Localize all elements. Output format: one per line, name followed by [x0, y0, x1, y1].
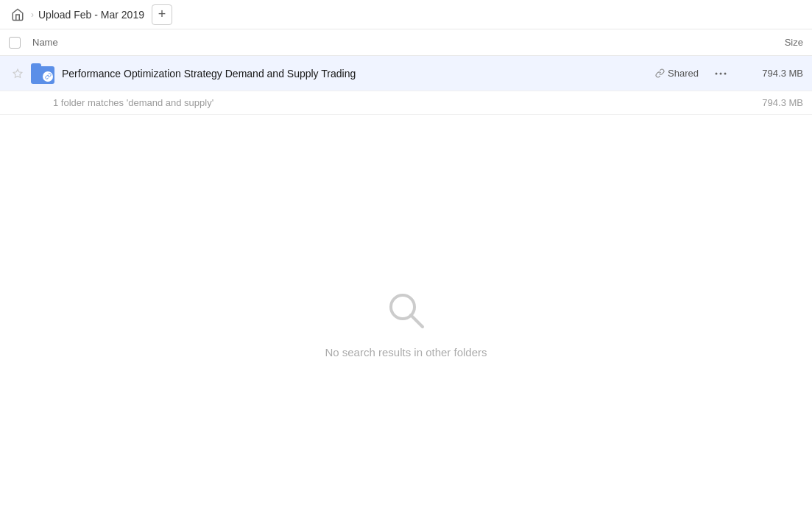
summary-size: 794.3 MB [762, 97, 803, 108]
empty-state-message: No search results in other folders [325, 346, 487, 358]
link-icon [655, 68, 665, 78]
table-row[interactable]: Performance Optimization Strategy Demand… [0, 56, 812, 91]
breadcrumb-separator: › [31, 10, 34, 20]
empty-state: No search results in other folders [0, 115, 812, 530]
add-button[interactable]: + [152, 4, 172, 25]
select-all-checkbox-wrapper[interactable] [9, 37, 32, 49]
star-icon[interactable] [9, 68, 27, 79]
summary-row: 1 folder matches 'demand and supply' 794… [0, 91, 812, 115]
svg-marker-0 [13, 69, 22, 77]
search-empty-icon [383, 287, 430, 334]
more-options-button[interactable] [710, 63, 731, 84]
home-button[interactable] [9, 6, 27, 24]
breadcrumb-bar: › Upload Feb - Mar 2019 + [0, 0, 812, 29]
file-size: 794.3 MB [737, 68, 803, 79]
svg-point-2 [720, 72, 722, 74]
folder-icon [31, 63, 54, 84]
breadcrumb-path-item[interactable]: Upload Feb - Mar 2019 [38, 9, 144, 21]
svg-point-3 [724, 72, 727, 74]
shared-label: Shared [668, 68, 699, 79]
file-name: Performance Optimization Strategy Demand… [62, 68, 655, 80]
select-all-checkbox[interactable] [9, 37, 21, 49]
summary-text: 1 folder matches 'demand and supply' [53, 97, 213, 108]
column-header-name: Name [32, 37, 730, 48]
column-header-row: Name Size [0, 29, 812, 56]
folder-icon-wrapper [29, 60, 56, 87]
svg-point-1 [716, 72, 718, 74]
svg-line-5 [411, 315, 423, 327]
column-header-size: Size [730, 37, 803, 48]
main-content: Performance Optimization Strategy Demand… [0, 56, 812, 530]
shared-badge: Shared [655, 68, 699, 79]
